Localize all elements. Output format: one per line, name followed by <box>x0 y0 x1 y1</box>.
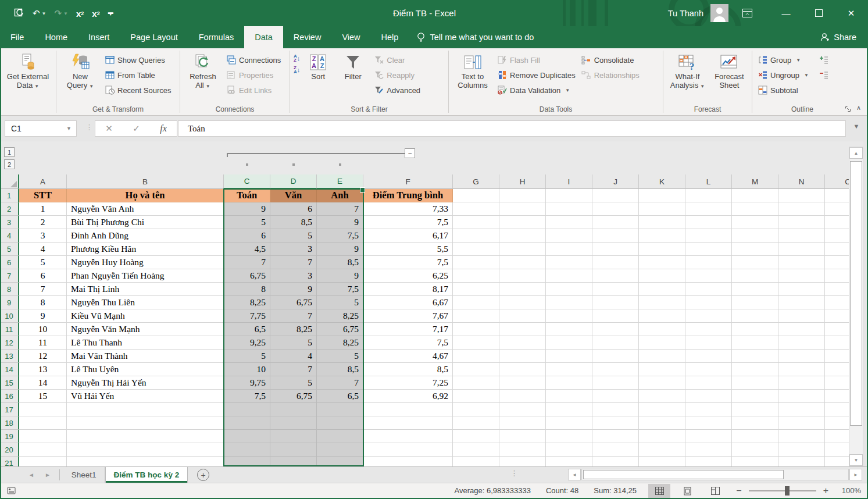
cell-O14[interactable] <box>825 363 849 376</box>
close-button[interactable]: ✕ <box>838 0 865 26</box>
scroll-left-button[interactable]: ◄ <box>568 469 581 480</box>
cell-B20[interactable] <box>67 443 224 457</box>
properties-button[interactable]: Properties <box>224 67 283 83</box>
cell-B6[interactable]: Nguyễn Huy Hoàng <box>67 256 224 269</box>
cell-G9[interactable] <box>453 296 499 309</box>
cell-O4[interactable] <box>825 229 849 243</box>
cell-G10[interactable] <box>453 309 499 323</box>
cell-I15[interactable] <box>546 376 592 390</box>
cell-J13[interactable] <box>592 350 639 363</box>
cell-C19[interactable] <box>224 430 270 443</box>
cell-N6[interactable] <box>778 256 825 269</box>
cell-H6[interactable] <box>499 256 546 269</box>
cell-H8[interactable] <box>499 283 546 296</box>
ribbon-tab-help[interactable]: Help <box>371 26 409 48</box>
get-external-data-button[interactable]: Get External Data▼ <box>3 51 52 91</box>
cell-N18[interactable] <box>778 416 825 430</box>
advanced-filter-button[interactable]: Advanced <box>372 83 422 98</box>
cell-C1[interactable]: Toán <box>224 189 270 202</box>
cell-J10[interactable] <box>592 309 639 323</box>
cell-B13[interactable]: Mai Văn Thành <box>67 350 224 363</box>
column-header-J[interactable]: J <box>592 174 639 189</box>
cell-M9[interactable] <box>732 296 778 309</box>
cell-I14[interactable] <box>546 363 592 376</box>
cell-D4[interactable]: 5 <box>270 229 317 243</box>
cell-E10[interactable]: 8,25 <box>317 309 363 323</box>
cell-O3[interactable] <box>825 216 849 229</box>
cell-K2[interactable] <box>639 202 685 216</box>
cell-K15[interactable] <box>639 376 685 390</box>
cell-E9[interactable]: 5 <box>317 296 363 309</box>
cell-K21[interactable] <box>639 457 685 466</box>
vertical-scroll-thumb[interactable] <box>850 161 862 426</box>
status-count[interactable]: Count: 48 <box>546 486 578 495</box>
cell-H18[interactable] <box>499 416 546 430</box>
cell-C14[interactable]: 10 <box>224 363 270 376</box>
cell-D12[interactable]: 5 <box>270 336 317 350</box>
cell-O1[interactable] <box>825 189 849 202</box>
cell-O11[interactable] <box>825 323 849 336</box>
cell-C3[interactable]: 5 <box>224 216 270 229</box>
cell-J15[interactable] <box>592 376 639 390</box>
cell-O8[interactable] <box>825 283 849 296</box>
cell-F7[interactable]: 6,25 <box>363 269 453 283</box>
cell-D13[interactable]: 4 <box>270 350 317 363</box>
maximize-button[interactable] <box>805 0 832 26</box>
cell-K8[interactable] <box>639 283 685 296</box>
cell-G3[interactable] <box>453 216 499 229</box>
column-header-I[interactable]: I <box>546 174 592 189</box>
column-header-L[interactable]: L <box>685 174 732 189</box>
cell-D7[interactable]: 3 <box>270 269 317 283</box>
cell-L11[interactable] <box>685 323 732 336</box>
cell-I12[interactable] <box>546 336 592 350</box>
cell-H9[interactable] <box>499 296 546 309</box>
scroll-up-button[interactable]: ▲ <box>849 147 863 159</box>
cell-D9[interactable]: 6,75 <box>270 296 317 309</box>
row-header-12[interactable]: 12 <box>0 336 19 350</box>
cell-J12[interactable] <box>592 336 639 350</box>
ribbon-tab-review[interactable]: Review <box>283 26 332 48</box>
collapse-ribbon-button[interactable]: ∧ <box>856 104 861 112</box>
cell-O2[interactable] <box>825 202 849 216</box>
cell-M16[interactable] <box>732 390 778 403</box>
column-header-M[interactable]: M <box>732 174 778 189</box>
cell-C16[interactable]: 7,5 <box>224 390 270 403</box>
cell-F3[interactable]: 7,5 <box>363 216 453 229</box>
view-page-break-button[interactable] <box>704 484 726 498</box>
cell-B3[interactable]: Bùi Thị Phương Chi <box>67 216 224 229</box>
row-header-11[interactable]: 11 <box>0 323 19 336</box>
user-area[interactable]: Tu Thanh <box>668 0 728 26</box>
row-header-13[interactable]: 13 <box>0 350 19 363</box>
cell-B15[interactable]: Nguyễn Thị Hải Yến <box>67 376 224 390</box>
cell-J8[interactable] <box>592 283 639 296</box>
cell-G4[interactable] <box>453 229 499 243</box>
cell-I18[interactable] <box>546 416 592 430</box>
cell-K19[interactable] <box>639 430 685 443</box>
cell-H16[interactable] <box>499 390 546 403</box>
cell-G19[interactable] <box>453 430 499 443</box>
formula-input[interactable]: Toán <box>178 120 846 137</box>
cell-E1[interactable]: Anh <box>317 189 363 202</box>
cell-N8[interactable] <box>778 283 825 296</box>
expand-formula-bar-button[interactable]: ▼ <box>849 123 863 134</box>
cell-C17[interactable] <box>224 403 270 416</box>
cell-N2[interactable] <box>778 202 825 216</box>
view-page-layout-button[interactable] <box>676 484 698 498</box>
sort-descending-button[interactable]: ZA↓ <box>294 66 300 74</box>
cell-A1[interactable]: STT <box>19 189 67 202</box>
remove-duplicates-button[interactable]: Remove Duplicates <box>495 67 577 83</box>
column-header-O[interactable]: O <box>825 174 849 189</box>
cell-L1[interactable] <box>685 189 732 202</box>
cell-G12[interactable] <box>453 336 499 350</box>
cell-N17[interactable] <box>778 403 825 416</box>
row-header-3[interactable]: 3 <box>0 216 19 229</box>
relationships-button[interactable]: Relationships <box>580 67 641 83</box>
cell-I13[interactable] <box>546 350 592 363</box>
cell-N15[interactable] <box>778 376 825 390</box>
cell-M3[interactable] <box>732 216 778 229</box>
column-header-F[interactable]: F <box>363 174 453 189</box>
cell-H17[interactable] <box>499 403 546 416</box>
cell-O10[interactable] <box>825 309 849 323</box>
cell-G8[interactable] <box>453 283 499 296</box>
redo-button[interactable]: ↷▼ <box>55 8 69 19</box>
